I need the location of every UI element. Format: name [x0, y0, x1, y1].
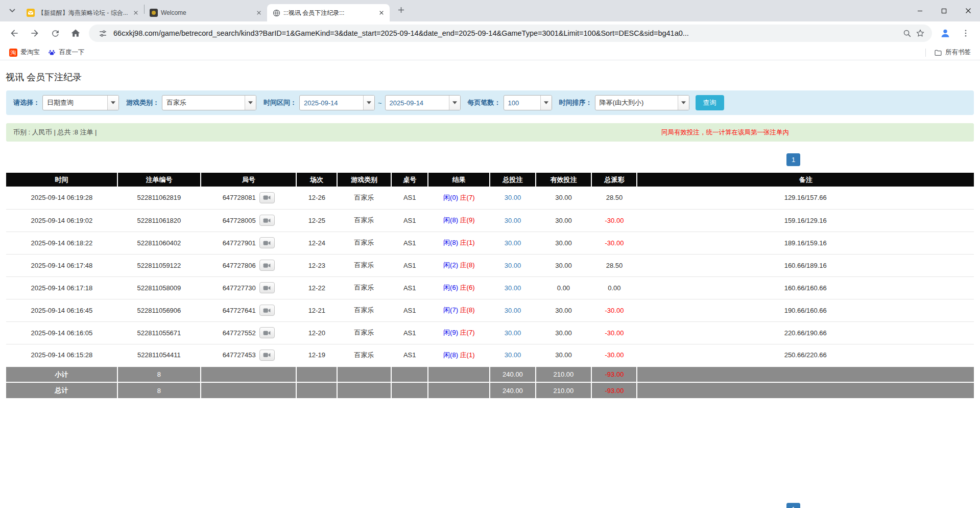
chevron-down-icon[interactable] [678, 96, 689, 110]
video-replay-button[interactable] [259, 215, 275, 226]
cell-empty [201, 382, 297, 398]
total-label: 总计 [6, 382, 117, 398]
page-content: 视讯 会员下注纪录 请选择： 日期查询 游戏类别： 百家乐 时间区间： 2025… [0, 60, 980, 508]
cell-round-no: 647727552 [201, 321, 297, 344]
forward-button[interactable] [26, 24, 44, 42]
query-type-select[interactable]: 日期查询 [42, 95, 119, 110]
total-bet-link[interactable]: 30.00 [505, 329, 521, 337]
minimize-button[interactable] [908, 0, 932, 21]
zoom-icon[interactable] [900, 27, 914, 40]
cell-note: 190.66/160.66 [637, 299, 974, 321]
total-bet-link[interactable]: 30.00 [505, 239, 521, 247]
address-bar[interactable]: 66cxkj98.com/game/betrecord_search/kind3… [89, 25, 932, 42]
page-1-button[interactable]: 1 [786, 503, 800, 508]
reload-button[interactable] [46, 24, 64, 42]
result-player: 闲(9) [443, 329, 458, 336]
round-no-group: 647727901 [223, 237, 275, 248]
table-row: 2025-09-14 06:19:02 522811061820 6477280… [6, 209, 974, 232]
sort-order-select[interactable]: 降幂(由大到小) [595, 95, 689, 110]
page-size-select[interactable]: 100 [504, 95, 552, 110]
bookmark-aitaobao[interactable]: 淘 爱淘宝 [5, 47, 44, 59]
filter-label-select: 请选择： [13, 98, 40, 107]
profile-button[interactable] [936, 24, 954, 42]
bookmark-baidu[interactable]: 百度一下 [44, 47, 89, 59]
bookmark-star-icon[interactable] [914, 27, 927, 40]
cell-payout: -30.00 [591, 299, 637, 321]
site-settings-icon[interactable] [96, 27, 109, 40]
chevron-down-icon[interactable] [363, 96, 374, 110]
game-kind-select[interactable]: 百家乐 [162, 95, 256, 110]
subtotal-label: 小计 [6, 366, 117, 382]
total-valid-bet: 210.00 [536, 382, 592, 398]
date-end-input[interactable]: 2025-09-14 [385, 95, 461, 110]
total-row: 总计 8 240.00 210.00 -93.00 [6, 382, 974, 398]
total-payout: -93.00 [591, 382, 637, 398]
cell-valid-bet: 30.00 [536, 321, 592, 344]
tab-close-icon[interactable] [254, 9, 263, 17]
tab-close-icon[interactable] [377, 9, 386, 17]
chevron-down-icon[interactable] [449, 96, 460, 110]
cell-empty [428, 366, 490, 382]
result-player: 闲(8) [443, 351, 458, 359]
cell-note: 160.66/189.16 [637, 254, 974, 276]
video-replay-button[interactable] [259, 237, 275, 248]
tab-bet-records[interactable]: :::视讯 会员下注纪录::: [267, 4, 390, 21]
back-button[interactable] [5, 24, 23, 42]
cell-total-bet: 30.00 [490, 209, 535, 232]
bookmark-label: 百度一下 [59, 48, 85, 57]
date-start-input[interactable]: 2025-09-14 [299, 95, 375, 110]
total-bet-link[interactable]: 30.00 [505, 217, 521, 224]
total-bet-link[interactable]: 30.00 [505, 262, 521, 269]
total-bet-link[interactable]: 30.00 [505, 284, 521, 292]
tab-close-icon[interactable] [131, 9, 140, 17]
cell-session: 12-21 [296, 299, 337, 321]
home-button[interactable] [66, 24, 85, 42]
video-replay-button[interactable] [259, 260, 275, 271]
result-player: 闲(7) [443, 306, 458, 314]
cell-table-no: AS1 [391, 254, 428, 276]
search-button[interactable]: 查询 [696, 95, 724, 110]
maximize-button[interactable] [932, 0, 956, 21]
all-bookmarks-button[interactable]: 所有书签 [930, 47, 975, 59]
result-player: 闲(6) [443, 284, 458, 291]
sort-order-value: 降幂(由大到小) [595, 96, 678, 110]
tab-strip: 【新提醒】海燕策略论坛 - 综合... Welcome :::视讯 会员下注纪录… [0, 0, 980, 21]
round-no-text: 647727453 [223, 351, 256, 359]
tab-title: Welcome [161, 9, 251, 16]
round-no-text: 647727552 [223, 329, 256, 337]
cell-bet-no: 522811056906 [117, 299, 201, 321]
query-type-value: 日期查询 [43, 96, 107, 110]
plus-icon [398, 7, 404, 13]
close-window-button[interactable] [956, 0, 980, 21]
menu-button[interactable] [957, 24, 975, 42]
tab-search-button[interactable] [5, 4, 19, 18]
cell-note: 129.16/157.66 [637, 187, 974, 209]
new-tab-button[interactable] [394, 3, 408, 17]
page-size-value: 100 [504, 96, 540, 110]
globe-icon [272, 9, 280, 17]
chevron-down-icon [9, 9, 15, 13]
total-bet-link[interactable]: 30.00 [505, 194, 521, 201]
round-no-group: 647727730 [223, 282, 275, 293]
chevron-down-icon[interactable] [540, 96, 552, 110]
total-bet-link[interactable]: 30.00 [505, 307, 521, 314]
total-bet-link[interactable]: 30.00 [505, 351, 521, 359]
video-replay-button[interactable] [259, 192, 275, 203]
video-replay-button[interactable] [259, 327, 275, 338]
tab-title: 【新提醒】海燕策略论坛 - 综合... [38, 9, 128, 17]
tab-welcome[interactable]: Welcome [145, 4, 267, 21]
cell-session: 12-24 [296, 232, 337, 254]
chevron-down-icon[interactable] [107, 96, 118, 110]
cell-table-no: AS1 [391, 187, 428, 209]
page-1-button[interactable]: 1 [786, 153, 800, 166]
round-no-group: 647727806 [223, 260, 275, 271]
video-replay-button[interactable] [259, 282, 275, 293]
chevron-down-icon[interactable] [245, 96, 256, 110]
tab-forum[interactable]: 【新提醒】海燕策略论坛 - 综合... [21, 4, 144, 21]
cell-note: 189.16/159.16 [637, 232, 974, 254]
video-replay-button[interactable] [259, 350, 275, 361]
video-camera-icon [263, 308, 271, 313]
filter-label-sort: 时间排序： [559, 98, 592, 107]
cell-game-kind: 百家乐 [337, 344, 391, 366]
video-replay-button[interactable] [259, 305, 275, 316]
